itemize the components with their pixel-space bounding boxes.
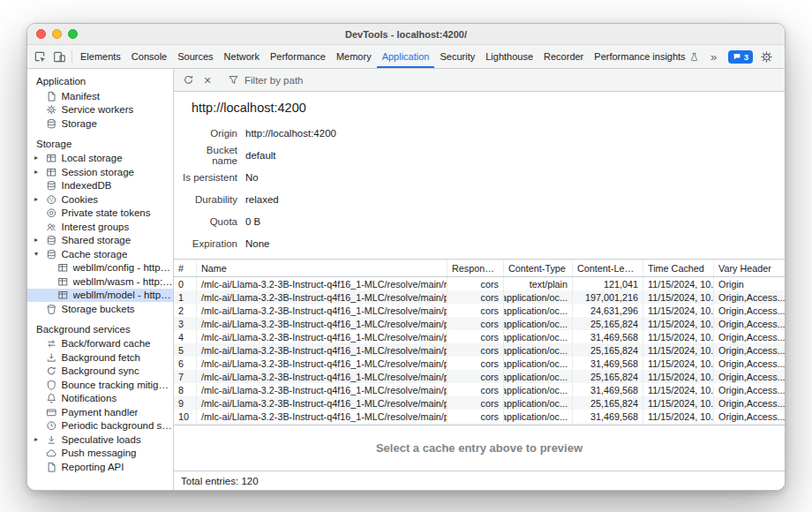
chevron-down-icon[interactable]: ▾ (34, 251, 46, 258)
more-tabs-button[interactable]: » (704, 50, 724, 64)
tab-lighthouse[interactable]: Lighthouse (480, 45, 538, 68)
tab-memory[interactable]: Memory (331, 45, 377, 68)
chevron-right-icon[interactable]: ▸ (34, 237, 46, 244)
sidebar-item-speculative-loads[interactable]: ▸Speculative loads (27, 433, 173, 447)
cell-time-cached: 11/15/2024, 10... (643, 357, 714, 370)
cache-entry-row[interactable]: 6 /mlc-ai/Llama-3.2-3B-Instruct-q4f16_1-… (174, 357, 785, 370)
cache-entry-row[interactable]: 10 /mlc-ai/Llama-3.2-3B-Instruct-q4f16_1… (174, 410, 785, 423)
database-icon (46, 249, 57, 260)
sidebar-item-shared-storage[interactable]: ▸Shared storage (27, 234, 173, 248)
tab-performance[interactable]: Performance (265, 45, 331, 68)
messages-badge[interactable]: 3 (728, 50, 753, 64)
sidebar-item-background-fetch[interactable]: Background fetch (27, 350, 173, 365)
sidebar-item-private-state-tokens[interactable]: Private state tokens (27, 207, 173, 221)
cell-vary-header: Origin,Access... (714, 330, 785, 343)
tab-security[interactable]: Security (434, 45, 480, 68)
sidebar-item-interest-groups[interactable]: Interest groups (27, 220, 173, 234)
refresh-button[interactable] (178, 71, 198, 90)
sidebar-item-push-messaging[interactable]: Push messaging (27, 447, 173, 461)
sidebar-item-label: Push messaging (62, 448, 137, 458)
sidebar-item-label: Notifications (62, 393, 117, 403)
tab-recorder[interactable]: Recorder (538, 45, 589, 68)
column-header-name[interactable]: Name (197, 260, 447, 276)
sidebar-item-back-forward-cache[interactable]: Back/forward cache (27, 337, 173, 351)
minimize-window-button[interactable] (52, 29, 62, 39)
sidebar-item-label: Payment handler (62, 407, 139, 418)
cache-entry-row[interactable]: 1 /mlc-ai/Llama-3.2-3B-Instruct-q4f16_1-… (174, 290, 785, 304)
column-header-content-type[interactable]: Content-Type (504, 260, 573, 276)
cache-metadata: Originhttp://localhost:4200 Bucket named… (174, 120, 785, 259)
chevron-right-icon[interactable]: ▸ (34, 196, 46, 203)
table-body: 0 /mlc-ai/Llama-3.2-3B-Instruct-q4f16_1-… (174, 277, 785, 425)
cache-entry-row[interactable]: 8 /mlc-ai/Llama-3.2-3B-Instruct-q4f16_1-… (174, 383, 785, 396)
cache-entry-row[interactable]: 5 /mlc-ai/Llama-3.2-3B-Instruct-q4f16_1-… (174, 343, 785, 357)
table-header-row: # Name Response-Type Content-Type Conten… (174, 260, 785, 277)
sidebar-item-service-workers[interactable]: Service workers (27, 103, 173, 117)
cell-vary-header: Origin (714, 277, 785, 290)
sidebar-item-webllm-wasm[interactable]: webllm/wasm - http://loca... (27, 275, 173, 289)
sidebar-item-webllm-config[interactable]: webllm/config - http://loc... (27, 261, 173, 275)
sidebar-item-manifest[interactable]: Manifest (27, 89, 173, 103)
cell-vary-header: Origin,Access... (714, 317, 785, 330)
column-header-response-type[interactable]: Response-Type (447, 260, 504, 276)
token-icon (46, 207, 57, 219)
cell-time-cached: 11/15/2024, 10... (643, 290, 714, 304)
sidebar-item-reporting-api[interactable]: Reporting API (27, 460, 173, 474)
settings-button[interactable] (757, 50, 777, 64)
sidebar-item-webllm-model[interactable]: webllm/model - http://loc... (27, 289, 173, 303)
cell-vary-header: Origin,Access... (714, 383, 785, 396)
inspect-element-button[interactable] (30, 45, 49, 68)
gear-icon (760, 50, 773, 64)
chevron-right-icon[interactable]: ▸ (34, 436, 46, 443)
tabbar-right-group: » 3 ⋮ (704, 45, 785, 68)
sidebar-item-storage[interactable]: Storage (27, 117, 173, 131)
sidebar-item-cookies[interactable]: ▸Cookies (27, 192, 173, 207)
chevron-right-icon[interactable]: ▸ (34, 169, 46, 176)
sidebar-item-bounce-tracking-mitigations[interactable]: Bounce tracking mitigations (27, 378, 173, 392)
column-header-vary-header[interactable]: Vary Header (714, 260, 785, 276)
meta-value: relaxed (245, 194, 279, 205)
cache-entry-row[interactable]: 7 /mlc-ai/Llama-3.2-3B-Instruct-q4f16_1-… (174, 370, 785, 383)
chevron-right-icon[interactable]: ▸ (34, 154, 46, 162)
zoom-window-button[interactable] (68, 29, 78, 39)
sidebar-item-payment-handler[interactable]: Payment handler (27, 405, 173, 419)
column-header-content-length[interactable]: Content-Length (573, 260, 643, 276)
titlebar: DevTools - localhost:4200/ (27, 24, 785, 45)
tab-network[interactable]: Network (219, 45, 265, 68)
close-window-button[interactable] (36, 29, 46, 39)
sidebar-item-periodic-background-sync[interactable]: Periodic background sync (27, 419, 173, 433)
sidebar-item-cache-storage[interactable]: ▾Cache storage (27, 247, 173, 261)
sidebar-item-background-sync[interactable]: Background sync (27, 365, 173, 379)
column-header-index[interactable]: # (174, 260, 197, 276)
cache-entry-row[interactable]: 3 /mlc-ai/Llama-3.2-3B-Instruct-q4f16_1-… (174, 317, 785, 330)
table-icon (57, 290, 69, 301)
filter-input[interactable]: Filter by path (228, 74, 780, 86)
cell-content-type: application/oc... (504, 370, 573, 383)
sidebar-item-local-storage[interactable]: ▸Local storage (27, 152, 173, 166)
cell-content-length: 25,165,824 (573, 370, 643, 383)
cell-content-length: 121,041 (573, 277, 643, 290)
tab-application[interactable]: Application (377, 45, 435, 68)
devtools-body: Application Manifest Service workers Sto… (27, 69, 785, 490)
sidebar-item-notifications[interactable]: Notifications (27, 392, 173, 406)
cache-entry-row[interactable]: 9 /mlc-ai/Llama-3.2-3B-Instruct-q4f16_1-… (174, 396, 785, 410)
cache-entry-row[interactable]: 4 /mlc-ai/Llama-3.2-3B-Instruct-q4f16_1-… (174, 330, 785, 343)
tab-performance-insights[interactable]: Performance insights (589, 45, 703, 68)
sidebar-item-storage-buckets[interactable]: Storage buckets (27, 302, 173, 316)
tab-console[interactable]: Console (126, 45, 172, 68)
sidebar-item-indexeddb[interactable]: IndexedDB (27, 179, 173, 193)
device-toolbar-button[interactable] (49, 45, 69, 68)
cache-entry-row[interactable]: 0 /mlc-ai/Llama-3.2-3B-Instruct-q4f16_1-… (174, 277, 785, 290)
gear-icon (46, 104, 57, 116)
cache-entry-row[interactable]: 2 /mlc-ai/Llama-3.2-3B-Instruct-q4f16_1-… (174, 304, 785, 317)
sidebar-item-session-storage[interactable]: ▸Session storage (27, 165, 173, 179)
delete-selected-button[interactable]: × (198, 71, 217, 90)
tab-elements[interactable]: Elements (75, 45, 126, 68)
column-header-time-cached[interactable]: Time Cached (643, 260, 714, 276)
tab-sources[interactable]: Sources (172, 45, 218, 68)
cell-response-type: cors (447, 383, 504, 396)
sidebar-section-application: Application Manifest Service workers Sto… (27, 74, 173, 131)
sidebar-item-label: Cookies (62, 194, 99, 205)
cell-time-cached: 11/15/2024, 10... (643, 410, 714, 423)
main-menu-button[interactable]: ⋮ (777, 50, 785, 64)
